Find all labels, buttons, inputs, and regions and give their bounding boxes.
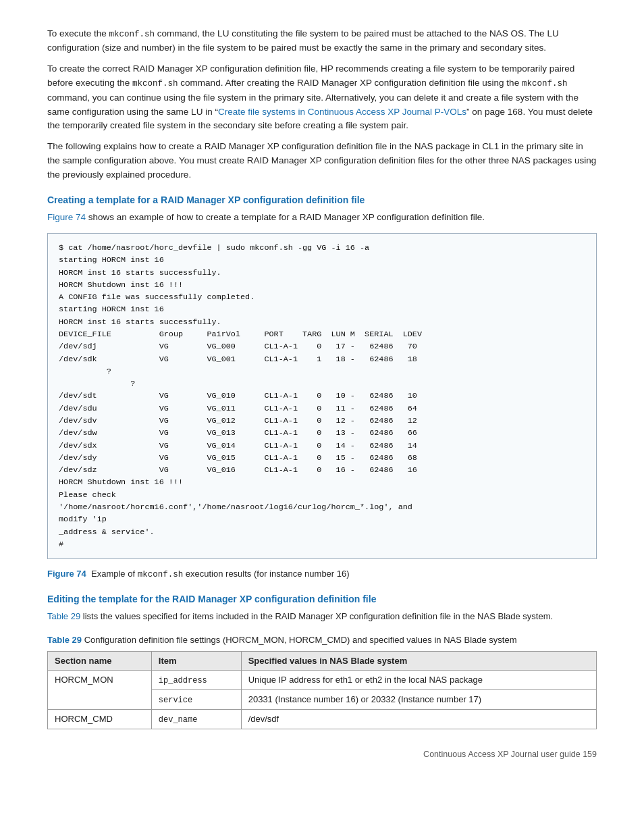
link-table29[interactable]: Table 29: [47, 611, 80, 621]
section1-intro: Figure 74 shows an example of how to cre…: [47, 211, 597, 225]
cell-ip-value: Unique IP address for eth1 or eth2 in th…: [241, 670, 596, 689]
section-heading-1: Creating a template for a RAID Manager X…: [47, 194, 597, 205]
cell-horcm-mon: HORCM_MON: [48, 670, 152, 709]
inline-code-mkconf2: mkconf.sh: [132, 79, 178, 88]
cell-dev-name: dev_name: [151, 709, 241, 729]
cell-horcm-cmd: HORCM_CMD: [48, 709, 152, 729]
figure74-label: Figure 74 Example of mkconf.sh execution…: [47, 567, 597, 581]
table-intro-rest: lists the values specified for items inc…: [80, 611, 553, 621]
table29-caption-rest: Configuration definition file settings (…: [82, 635, 516, 645]
table-header-row: Section name Item Specified values in NA…: [48, 651, 597, 670]
link-figure74[interactable]: Figure 74: [47, 212, 86, 222]
table29: Section name Item Specified values in NA…: [47, 651, 597, 729]
col-header-values: Specified values in NAS Blade system: [241, 651, 596, 670]
link-create-filesystems[interactable]: Create file systems in Continuous Access…: [218, 107, 466, 117]
table-row: HORCM_MON ip_address Unique IP address f…: [48, 670, 597, 689]
code-block-figure74: $ cat /home/nasroot/horc_devfile | sudo …: [47, 233, 597, 559]
inline-code-mkconf: mkconf.sh: [109, 30, 155, 39]
table29-caption: Table 29 Configuration definition file s…: [47, 633, 597, 647]
inline-code-mkconf3: mkconf.sh: [522, 79, 568, 88]
section1-intro-rest: shows an example of how to create a temp…: [86, 212, 485, 222]
figure74-label-strong: Figure 74: [47, 569, 86, 579]
table29-caption-label: Table 29: [47, 635, 82, 645]
paragraph-1: To execute the mkconf.sh command, the LU…: [47, 27, 597, 55]
col-header-section: Section name: [48, 651, 152, 670]
paragraph-2: To create the correct RAID Manager XP co…: [47, 62, 597, 133]
page-footer: Continuous Access XP Journal user guide …: [47, 750, 597, 759]
paragraph-3: The following explains how to create a R…: [47, 140, 597, 182]
cell-service: service: [151, 689, 241, 709]
cell-service-value: 20331 (Instance number 16) or 20332 (Ins…: [241, 689, 596, 709]
cell-ip-address: ip_address: [151, 670, 241, 689]
col-header-item: Item: [151, 651, 241, 670]
table-row: HORCM_CMD dev_name /dev/sdf: [48, 709, 597, 729]
inline-code-mkconf4: mkconf.sh: [138, 570, 184, 579]
cell-dev-value: /dev/sdf: [241, 709, 596, 729]
section-heading-2: Editing the template for the RAID Manage…: [47, 594, 597, 604]
table-intro: Table 29 lists the values specified for …: [47, 610, 597, 623]
